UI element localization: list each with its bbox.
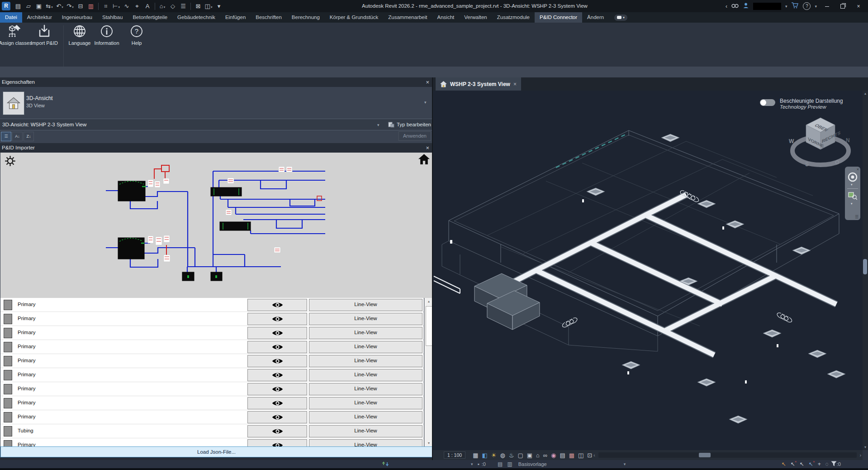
visibility-toggle-button[interactable] bbox=[247, 355, 307, 367]
render-icon[interactable]: ◇ bbox=[168, 3, 177, 10]
ribbon-tab-p-id-connector[interactable]: P&ID Connector bbox=[535, 12, 582, 23]
line-view-button[interactable]: Line-View bbox=[309, 327, 422, 339]
unlocked-view-icon[interactable]: ⌂ bbox=[536, 452, 540, 459]
ribbon-tab-einf-gen[interactable]: Einfügen bbox=[220, 12, 251, 23]
viewport-vscroll-thumb[interactable] bbox=[863, 259, 867, 274]
ribbon-tab-geb-udetechnik[interactable]: Gebäudetechnik bbox=[172, 12, 220, 23]
select-links-icon[interactable]: ↖ bbox=[781, 461, 786, 467]
steering-wheel-icon[interactable] bbox=[848, 172, 858, 182]
visibility-toggle-button[interactable] bbox=[247, 341, 307, 353]
type-selector-chevron-icon[interactable]: ▾ bbox=[424, 100, 427, 105]
system-color-swatch[interactable] bbox=[4, 398, 12, 408]
view-selector-chevron-icon[interactable]: ▾ bbox=[377, 120, 379, 130]
close-doc-icon[interactable]: ▥ bbox=[86, 3, 95, 10]
visibility-toggle-button[interactable] bbox=[247, 327, 307, 339]
text-icon[interactable]: A bbox=[143, 3, 152, 10]
project-icon[interactable]: ▤ bbox=[14, 3, 23, 10]
search-icon[interactable] bbox=[731, 2, 739, 10]
model-viewport[interactable]: Beschleunigte Darstellung Technology Pre… bbox=[433, 91, 863, 450]
line-view-button[interactable]: Line-View bbox=[309, 355, 422, 367]
visibility-toggle-button[interactable] bbox=[247, 439, 307, 446]
line-view-button[interactable]: Line-View bbox=[309, 313, 422, 325]
accelerated-graphics-toggle[interactable] bbox=[760, 99, 775, 106]
design-option-value[interactable]: Basisvorlage bbox=[518, 461, 547, 467]
render-dialog-icon[interactable]: ♨ bbox=[509, 452, 514, 459]
viewport-scroll-down-icon[interactable]: ▾ bbox=[863, 445, 868, 449]
ribbon-tab-k-rper-grundst-ck[interactable]: Körper & Grundstück bbox=[325, 12, 383, 23]
design-options-list-icon[interactable]: ▥ bbox=[507, 461, 512, 467]
information-button[interactable]: Information bbox=[93, 24, 120, 57]
view-tab-close-icon[interactable]: × bbox=[513, 81, 517, 87]
spline-icon[interactable]: ∿ bbox=[122, 3, 131, 10]
line-view-button[interactable]: Line-View bbox=[309, 397, 422, 409]
pid-home-icon[interactable] bbox=[418, 154, 430, 167]
close-button[interactable]: × bbox=[853, 2, 864, 11]
workset-chevron-icon[interactable]: ▾ bbox=[471, 462, 473, 466]
store-cart-icon[interactable] bbox=[791, 2, 799, 10]
ribbon-tab--ndern[interactable]: Ändern bbox=[582, 12, 609, 23]
ribbon-tab-beschriften[interactable]: Beschriften bbox=[251, 12, 287, 23]
reveal-constraints-icon[interactable]: ▩ bbox=[569, 452, 574, 459]
visibility-toggle-button[interactable] bbox=[247, 313, 307, 325]
view-tab-wshp[interactable]: WSHP 2-3 System View × bbox=[436, 77, 521, 91]
viewcube[interactable]: S O W N OBEN VORNE RECHTS bbox=[788, 108, 854, 168]
visibility-toggle-button[interactable] bbox=[247, 397, 307, 409]
ribbon-tab-datei[interactable]: Datei bbox=[0, 12, 22, 23]
displacement-icon[interactable]: ◫ bbox=[578, 452, 583, 459]
visibility-toggle-button[interactable] bbox=[247, 411, 307, 423]
transfer-icon[interactable]: ⇆▾ bbox=[45, 3, 54, 10]
sun-path-icon[interactable]: ☀ bbox=[491, 452, 497, 459]
ribbon-tab-stahlbau[interactable]: Stahlbau bbox=[97, 12, 128, 23]
save-icon[interactable]: ▣ bbox=[34, 3, 43, 10]
system-color-swatch[interactable] bbox=[4, 314, 12, 324]
navbar-wheel-chevron-icon[interactable]: ▾ bbox=[851, 183, 853, 187]
system-color-swatch[interactable] bbox=[4, 300, 12, 310]
select-by-face-icon[interactable]: ↖× bbox=[809, 461, 813, 467]
redo-icon[interactable]: ↷▾ bbox=[66, 3, 75, 10]
help-dropdown-icon[interactable]: ▾ bbox=[815, 4, 817, 9]
line-view-button[interactable]: Line-View bbox=[309, 425, 422, 437]
help-icon[interactable]: ? bbox=[803, 2, 811, 10]
shadows-icon[interactable]: ◍ bbox=[500, 452, 505, 459]
pid-importer-close-icon[interactable]: × bbox=[426, 143, 429, 153]
show-crop-icon[interactable]: ▣ bbox=[527, 452, 532, 459]
assign-classes-button[interactable]: Assign classes bbox=[2, 24, 29, 57]
media-button[interactable]: ▾ bbox=[614, 14, 627, 21]
line-view-button[interactable]: Line-View bbox=[309, 369, 422, 381]
zoom-tool-icon[interactable] bbox=[848, 191, 857, 200]
pid-settings-gear-icon[interactable] bbox=[4, 155, 16, 169]
scale-control[interactable]: 1 : 100 bbox=[444, 451, 465, 459]
system-color-swatch[interactable] bbox=[4, 384, 12, 394]
language-button[interactable]: Language bbox=[66, 24, 93, 57]
hscroll-right-icon[interactable]: › bbox=[859, 453, 863, 458]
properties-close-icon[interactable]: × bbox=[426, 77, 429, 87]
section-box-icon[interactable]: ⊡ bbox=[587, 452, 592, 459]
measure-icon[interactable]: ⊢▾ bbox=[112, 3, 121, 10]
line-view-button[interactable]: Line-View bbox=[309, 411, 422, 423]
ribbon-tab-zusammenarbeit[interactable]: Zusammenarbeit bbox=[383, 12, 432, 23]
system-color-swatch[interactable] bbox=[4, 370, 12, 380]
ribbon-tab-ansicht[interactable]: Ansicht bbox=[432, 12, 460, 23]
viewport-scroll-up-icon[interactable]: ▴ bbox=[863, 91, 868, 96]
ribbon-tab-betonfertigteile[interactable]: Betonfertigteile bbox=[128, 12, 172, 23]
account-dropdown-icon[interactable]: ▾ bbox=[785, 4, 787, 9]
ribbon-tab-architektur[interactable]: Architektur bbox=[22, 12, 57, 23]
system-color-swatch[interactable] bbox=[4, 412, 12, 422]
visibility-toggle-button[interactable] bbox=[247, 383, 307, 395]
print-icon[interactable]: ⊟ bbox=[76, 3, 85, 10]
editable-worksets-icon[interactable]: ▪ bbox=[478, 461, 479, 467]
import-pid-button[interactable]: Import P&ID bbox=[31, 24, 58, 57]
select-pinned-icon[interactable]: ↖ bbox=[800, 461, 804, 467]
line-view-button[interactable]: Line-View bbox=[309, 299, 422, 311]
design-options-icon[interactable]: ▤ bbox=[498, 461, 503, 467]
ribbon-tab-berechnung[interactable]: Berechnung bbox=[287, 12, 325, 23]
system-color-swatch[interactable] bbox=[4, 426, 12, 436]
help-ribbon-button[interactable]: ? Help bbox=[123, 24, 150, 57]
progress-icon[interactable]: ◌ bbox=[825, 461, 829, 467]
sort-ascending-button[interactable]: A↓ bbox=[12, 132, 23, 141]
ribbon-tab-ingenieurbau[interactable]: Ingenieurbau bbox=[57, 12, 97, 23]
pid-canvas[interactable] bbox=[0, 153, 432, 298]
system-color-swatch[interactable] bbox=[4, 356, 12, 366]
minimize-button[interactable] bbox=[821, 2, 833, 11]
drag-selection-icon[interactable]: + bbox=[818, 461, 821, 467]
